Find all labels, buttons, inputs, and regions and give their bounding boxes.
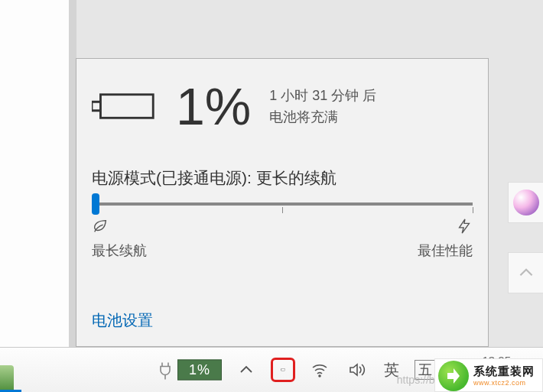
battery-settings-link[interactable]: 电池设置	[92, 310, 153, 331]
speaker-icon	[347, 361, 366, 379]
power-mode-label: 电源模式(已接通电源): 更长的续航	[92, 167, 473, 189]
slider-left-end: 最长续航	[92, 218, 147, 260]
slider-tick	[473, 207, 473, 213]
window-left-pane	[0, 0, 69, 347]
chevron-up-icon	[516, 263, 536, 283]
tray-wifi-icon[interactable]	[307, 358, 332, 382]
brand-title: 系统重装网	[473, 364, 535, 379]
side-widget-scrolltop[interactable]	[508, 252, 543, 293]
leaf-icon	[92, 218, 109, 238]
slider-thumb[interactable]	[92, 193, 99, 215]
battery-percent: 1%	[176, 80, 251, 132]
taskbar-battery-badge: 1%	[177, 360, 222, 381]
brand-logo-icon	[438, 361, 469, 391]
slider-right-end: 最佳性能	[418, 218, 473, 260]
slider-tick	[282, 207, 283, 213]
lightning-icon	[456, 218, 473, 238]
tray-volume-icon[interactable]	[344, 358, 369, 382]
battery-icon	[281, 361, 285, 379]
chevron-up-icon	[237, 361, 255, 379]
power-mode-slider[interactable]	[92, 202, 473, 206]
taskbar: 1% 英 五 13:25 https://blog.csdn.net/… 系统	[0, 347, 543, 392]
slider-right-label: 最佳性能	[418, 241, 473, 260]
brand-subtitle: www.xtcz2.com	[473, 379, 535, 387]
svg-rect-1	[281, 369, 285, 371]
svg-point-2	[319, 375, 320, 377]
slider-track	[92, 202, 473, 206]
battery-time-remaining: 1 小时 31 分钟 后	[269, 86, 376, 105]
side-widget-avatar[interactable]	[508, 182, 543, 223]
wifi-icon	[311, 361, 329, 379]
battery-status-text: 1 小时 31 分钟 后 电池将充满	[269, 86, 376, 126]
slider-left-label: 最长续航	[92, 241, 147, 260]
svg-rect-0	[100, 95, 153, 118]
taskbar-battery-widget[interactable]: 1%	[158, 360, 222, 381]
tray-overflow-chevron[interactable]	[234, 358, 258, 382]
battery-charge-status: 电池将充满	[269, 108, 376, 126]
plug-icon	[158, 361, 173, 379]
slider-labels: 最长续航 最佳性能	[92, 218, 473, 260]
brand-badge[interactable]: 系统重装网 www.xtcz2.com	[434, 358, 543, 392]
battery-charging-icon	[92, 90, 158, 122]
tray-battery-icon[interactable]	[271, 358, 295, 382]
taskbar-app-icon[interactable]	[0, 365, 14, 392]
battery-header: 1% 1 小时 31 分钟 后 电池将充满	[92, 80, 473, 132]
avatar-icon	[513, 190, 539, 215]
battery-flyout: 1% 1 小时 31 分钟 后 电池将充满 电源模式(已接通电源): 更长的续航…	[76, 58, 489, 347]
